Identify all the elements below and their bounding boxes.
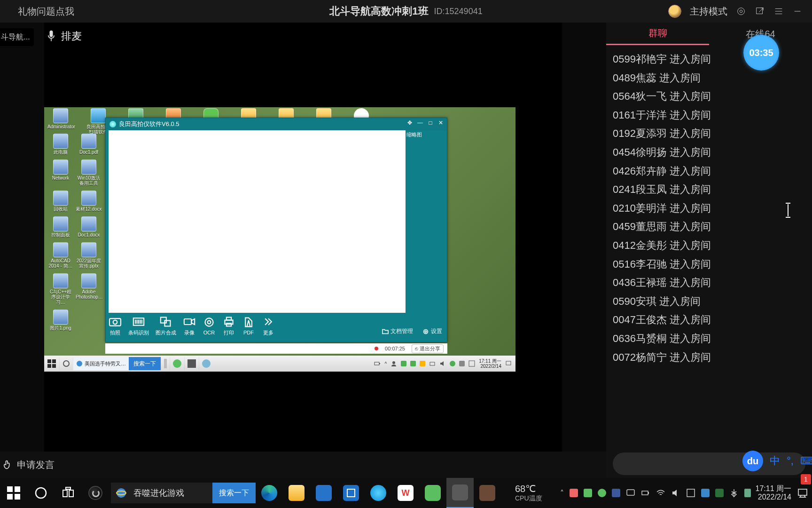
desktop-icon[interactable]: 素材12.docx bbox=[75, 190, 102, 212]
bluetooth-icon[interactable] bbox=[729, 488, 739, 498]
maximize-icon[interactable]: □ bbox=[426, 119, 435, 127]
store-icon[interactable] bbox=[310, 478, 337, 508]
minimize-icon[interactable]: — bbox=[416, 119, 424, 127]
inner-clock[interactable]: 17:11 周一 2022/2/14 bbox=[479, 358, 501, 369]
wps-icon[interactable]: W bbox=[392, 478, 419, 508]
ime-punct-icon[interactable]: °, bbox=[787, 455, 794, 467]
tray-icon[interactable] bbox=[584, 489, 592, 497]
scanner-titlebar[interactable]: 良田高拍仪软件V6.0.5 ✥ — □ ✕ bbox=[106, 118, 447, 130]
taskview-button[interactable] bbox=[55, 478, 82, 508]
ime-tray-icon[interactable] bbox=[686, 488, 695, 498]
explorer-icon[interactable] bbox=[283, 478, 310, 508]
desktop-icon[interactable]: C与C++程序设计学习… bbox=[47, 273, 74, 305]
tray-icon[interactable] bbox=[701, 489, 710, 497]
host-mode-label[interactable]: 主持模式 bbox=[690, 5, 727, 18]
popout-icon[interactable] bbox=[755, 6, 765, 16]
task-item[interactable] bbox=[161, 357, 170, 370]
baidu-search-button[interactable]: 搜索一下 bbox=[129, 357, 161, 370]
tool-record[interactable]: 录像 bbox=[183, 316, 196, 336]
tab-group-chat[interactable]: 群聊 bbox=[606, 23, 709, 45]
tray-icon[interactable] bbox=[459, 361, 465, 366]
tray-icon[interactable] bbox=[410, 361, 416, 366]
desktop-icon[interactable]: 2022届年度宣传.pptx bbox=[75, 242, 102, 269]
baidu-ime-icon[interactable]: du bbox=[742, 451, 763, 471]
host-search-input[interactable] bbox=[128, 483, 212, 503]
cpu-temp-widget[interactable]: 68℃ CPU温度 bbox=[515, 484, 542, 502]
ime-icon[interactable] bbox=[468, 360, 475, 367]
touchpad-icon[interactable] bbox=[626, 488, 635, 498]
ie-tab[interactable]: 美国选手特劳又… bbox=[73, 357, 129, 370]
mail-icon[interactable] bbox=[337, 478, 365, 508]
host-clock[interactable]: 17:11 周一 2022/2/14 bbox=[756, 484, 791, 502]
tray-icon[interactable] bbox=[570, 489, 578, 497]
desktop-icon[interactable]: AutoCAD 2014 - 简… bbox=[47, 242, 74, 269]
tray-chevron-icon[interactable]: ˄ bbox=[560, 489, 564, 498]
tray-icon[interactable] bbox=[401, 361, 406, 366]
desktop-icon[interactable]: Administrator bbox=[47, 108, 74, 135]
tray-icon[interactable] bbox=[450, 361, 455, 366]
notification-icon[interactable] bbox=[505, 360, 512, 367]
mic-queue-button[interactable]: 排麦 bbox=[46, 29, 82, 43]
network-icon[interactable] bbox=[429, 360, 436, 367]
start-button[interactable] bbox=[44, 356, 59, 372]
gift-note[interactable]: 礼物问题点我 bbox=[18, 5, 74, 18]
tool-print[interactable]: 打印 bbox=[222, 316, 235, 336]
tool-capture[interactable]: 拍照 bbox=[109, 316, 122, 336]
minimize-icon[interactable] bbox=[792, 6, 803, 16]
scanner-canvas[interactable] bbox=[109, 130, 406, 313]
wechat-icon[interactable] bbox=[419, 478, 446, 508]
ime-keyboard-icon[interactable]: ⌨ bbox=[800, 455, 812, 467]
desktop-icon[interactable]: 图片1.png bbox=[47, 310, 74, 331]
browser-icon[interactable] bbox=[365, 478, 392, 508]
action-center-icon[interactable] bbox=[796, 486, 809, 500]
host-avatar[interactable] bbox=[668, 5, 681, 18]
desktop-icon[interactable]: Doc1.pdf bbox=[75, 134, 102, 155]
ime-floating-bar[interactable]: du 中 °, ⌨ bbox=[742, 451, 812, 471]
edge-icon[interactable] bbox=[256, 478, 283, 508]
battery-icon[interactable] bbox=[641, 488, 650, 498]
ime-lang-zh[interactable]: 中 bbox=[770, 454, 780, 468]
cortana-button[interactable] bbox=[59, 357, 73, 370]
settings-ring-icon[interactable] bbox=[736, 6, 746, 16]
tray-usb-icon[interactable] bbox=[744, 489, 751, 497]
request-speak-button[interactable]: 申请发言 bbox=[17, 459, 55, 471]
battery-icon[interactable] bbox=[374, 360, 381, 367]
elapsed-timer[interactable]: 03:35 bbox=[743, 35, 779, 71]
host-search-go[interactable]: 搜索一下 bbox=[212, 483, 256, 503]
tool-pdf[interactable]: PDF bbox=[242, 317, 255, 335]
tool-barcode[interactable]: 条码识别 bbox=[128, 316, 149, 336]
close-icon[interactable]: ✕ bbox=[437, 119, 445, 127]
task-item[interactable] bbox=[184, 357, 199, 370]
desktop-icon[interactable]: Doc1.docx bbox=[75, 216, 102, 238]
exit-share-button[interactable]: ⎋ 退出分享 bbox=[412, 344, 444, 353]
tray-icon[interactable] bbox=[612, 489, 620, 497]
wifi-icon[interactable] bbox=[656, 488, 665, 498]
volume-icon[interactable] bbox=[671, 488, 680, 498]
settings-button[interactable]: 设置 bbox=[422, 327, 442, 335]
room-tab[interactable]: 斗导航... bbox=[0, 28, 34, 46]
task-item[interactable] bbox=[170, 357, 184, 370]
cortana-button[interactable] bbox=[27, 478, 55, 508]
notification-count-badge[interactable]: 1 bbox=[801, 474, 811, 484]
tray-icon[interactable] bbox=[598, 489, 606, 497]
tool-more[interactable]: 更多 bbox=[262, 316, 275, 336]
app-icon[interactable] bbox=[474, 478, 501, 508]
desktop-icon[interactable]: 控制面板 bbox=[47, 216, 74, 238]
desktop-icon[interactable] bbox=[75, 310, 102, 331]
tray-icon[interactable] bbox=[420, 361, 425, 366]
desktop-icon[interactable]: 回收站 bbox=[47, 190, 74, 212]
tool-ocr[interactable]: OCR bbox=[203, 317, 216, 335]
start-button[interactable] bbox=[0, 478, 27, 508]
obs-taskbar-icon[interactable] bbox=[82, 478, 109, 508]
doc-mgmt-button[interactable]: 文档管理 bbox=[382, 327, 413, 335]
desktop-icon[interactable]: 此电脑 bbox=[47, 134, 74, 155]
active-window-icon[interactable] bbox=[446, 478, 474, 508]
volume-icon[interactable] bbox=[439, 360, 446, 367]
desktop-icon[interactable]: Network bbox=[47, 159, 74, 186]
tray-icon[interactable] bbox=[715, 489, 724, 497]
task-item[interactable] bbox=[199, 357, 213, 370]
tray-chevron-icon[interactable]: ^ bbox=[384, 361, 387, 366]
menu-icon[interactable] bbox=[773, 6, 784, 16]
pin-icon[interactable]: ✥ bbox=[406, 119, 414, 127]
tool-merge[interactable]: 图片合成 bbox=[156, 316, 176, 336]
